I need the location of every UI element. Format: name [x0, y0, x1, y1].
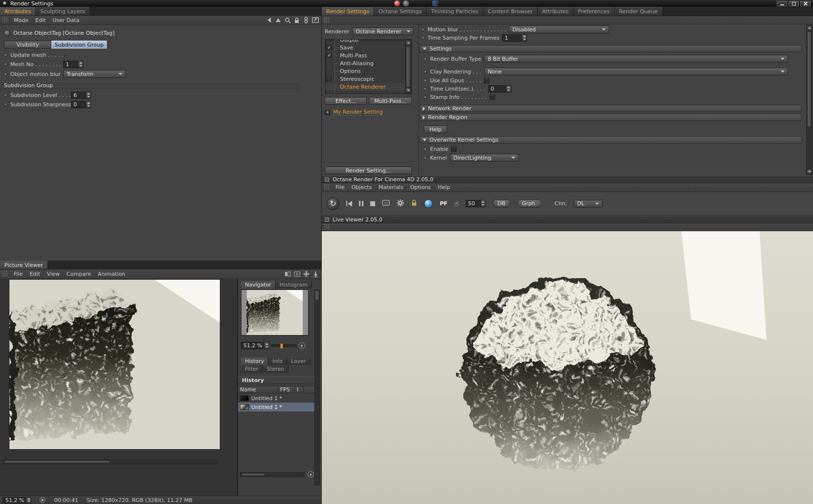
menu-edit[interactable]: Edit — [26, 270, 43, 278]
samples-value[interactable]: 50 — [466, 200, 480, 207]
menu-file[interactable]: File — [10, 270, 26, 278]
pf-icon[interactable]: PF — [440, 200, 448, 207]
panel-grip[interactable] — [2, 18, 8, 23]
stepper-arrows[interactable] — [86, 101, 91, 108]
scroll-up-arrow[interactable] — [406, 40, 411, 46]
render-buffer-dropdown[interactable]: 8 Bit Buffer — [484, 55, 788, 63]
use-all-gpus-checkbox[interactable] — [484, 78, 489, 83]
column-i[interactable]: I — [295, 386, 304, 393]
multi-pass-button[interactable]: Multi-Pass... — [369, 97, 412, 105]
history-row-2[interactable]: Untitled 1 * — [238, 403, 314, 411]
history-row-1[interactable]: Untitled 1 * — [238, 394, 314, 403]
status-zoom-value[interactable]: 51.2 % — [3, 497, 26, 504]
render-region-section-bar[interactable]: Render Region — [420, 114, 802, 121]
motion-blur-dropdown[interactable]: Disabled — [509, 25, 609, 33]
list-item-octane-renderer[interactable]: Octane Renderer — [325, 83, 411, 91]
list-item-options[interactable]: Options — [325, 67, 411, 75]
menu-help[interactable]: Help — [434, 184, 454, 191]
tab-attributes[interactable]: Attributes — [538, 7, 574, 16]
update-mesh-checkmark[interactable]: ✓ — [63, 52, 68, 58]
my-render-setting-row[interactable]: My Render Setting — [325, 109, 383, 116]
stepper-arrows[interactable] — [264, 342, 269, 349]
menu-user-data[interactable]: User Data — [49, 17, 83, 24]
clay-rendering-dropdown[interactable]: None — [484, 68, 788, 75]
mesh-no-value[interactable]: 1 — [63, 61, 78, 68]
scrollbar-thumb[interactable] — [807, 31, 812, 127]
help-button[interactable]: Help — [424, 125, 447, 133]
menu-view[interactable]: View — [44, 270, 63, 278]
list-item-multi-pass[interactable]: ✓ Multi-Pass — [325, 51, 411, 59]
close-button[interactable] — [800, 1, 811, 6]
stepper-arrows[interactable] — [522, 34, 527, 42]
tab-thinking-particles[interactable]: Thinking Particles — [427, 7, 483, 16]
my-render-setting-label[interactable]: My Render Setting — [333, 109, 383, 116]
stepper-arrows[interactable] — [480, 200, 486, 207]
tab-layer[interactable]: Layer — [287, 358, 311, 365]
canvas-horizontal-scrollbar[interactable] — [3, 459, 218, 464]
time-limit-stepper[interactable]: 0 — [488, 85, 511, 93]
tab-sculpting-layers[interactable]: Sculpting Layers — [36, 7, 90, 15]
tab-stereo[interactable]: Stereo — [263, 365, 288, 373]
stop-render-button[interactable] — [370, 201, 375, 206]
navigator-thumbnail[interactable] — [241, 289, 309, 336]
menu-mode[interactable]: Mode — [10, 17, 32, 24]
enable-checkbox[interactable] — [451, 146, 456, 152]
lock-icon[interactable] — [293, 17, 301, 24]
stepper-arrows[interactable] — [78, 61, 83, 68]
save-checkbox[interactable]: ✓ — [327, 45, 332, 50]
time-limit-value[interactable]: 0 — [488, 85, 506, 93]
subdivision-group-button[interactable]: Subdivision Group — [51, 41, 107, 48]
status-zoom-stepper[interactable]: 51.2 % — [3, 497, 31, 504]
panel-grip[interactable] — [324, 185, 330, 190]
time-sampling-stepper[interactable]: 1 — [502, 34, 527, 42]
column-name[interactable]: Name — [238, 386, 278, 393]
menu-objects[interactable]: Objects — [348, 184, 375, 191]
scrollbar-thumb[interactable] — [406, 46, 410, 87]
settings-section-bar[interactable]: Settings — [420, 45, 802, 52]
sidebar-horizontal-scrollbar[interactable] — [240, 472, 305, 477]
scroll-right-button[interactable] — [308, 471, 314, 478]
scroll-up-arrow[interactable] — [807, 25, 812, 31]
kernel-dropdown[interactable]: DirectLighting — [450, 154, 519, 162]
time-sampling-value[interactable]: 1 — [502, 34, 522, 42]
sidebar-vertical-scrollbar[interactable] — [314, 289, 320, 485]
subdivision-sharpness-stepper[interactable]: 0 — [71, 101, 91, 108]
network-render-section-bar[interactable]: Network Render — [420, 105, 802, 112]
samples-stepper[interactable]: 50 — [466, 200, 486, 207]
mesh-no-stepper[interactable]: 1 — [63, 61, 83, 68]
column-fps[interactable]: FPS — [278, 386, 295, 393]
scroll-down-arrow[interactable] — [807, 169, 812, 174]
slider-handle[interactable] — [280, 343, 283, 349]
render-button[interactable]: ↻ — [327, 197, 339, 210]
tab-navigator[interactable]: Navigator — [241, 281, 276, 288]
list-item-save[interactable]: ✓ Save — [325, 44, 411, 51]
restart-render-button[interactable] — [346, 201, 352, 207]
renderer-dropdown[interactable]: Octane Renderer — [352, 27, 414, 35]
tab-picture-viewer[interactable]: Picture Viewer — [0, 261, 48, 269]
menu-file[interactable]: File — [332, 184, 348, 191]
tab-attributes[interactable]: Attributes — [0, 7, 36, 15]
tab-info[interactable]: Info — [268, 358, 287, 365]
scrollbar-thumb[interactable] — [4, 460, 110, 463]
split-view-icon[interactable] — [284, 271, 291, 277]
search-icon[interactable] — [284, 17, 291, 24]
detach-panel-icon[interactable] — [311, 17, 319, 24]
dock-down-icon[interactable] — [311, 271, 319, 277]
params-vertical-scrollbar[interactable] — [806, 25, 813, 175]
octane-render-titlebar[interactable]: Octane Render For Cinema 4D 2.05.0 — [322, 175, 813, 183]
new-window-icon[interactable] — [293, 271, 301, 277]
link-icon[interactable] — [302, 17, 310, 24]
menu-options[interactable]: Options — [406, 184, 434, 191]
list-item-output[interactable]: Output — [325, 39, 411, 44]
list-item-stereoscopic[interactable]: Stereoscopic — [325, 75, 411, 83]
tab-render-settings[interactable]: Render Settings — [322, 7, 374, 16]
zoom-step-button[interactable] — [299, 342, 305, 349]
subdivision-level-stepper[interactable]: 6 — [71, 92, 91, 99]
channel-dropdown[interactable]: DL — [574, 200, 602, 208]
scrollbar-thumb[interactable] — [241, 473, 265, 476]
zoom-slider[interactable] — [271, 344, 297, 347]
scrollbar-thumb[interactable] — [315, 290, 319, 300]
tab-filter[interactable]: Filter — [241, 365, 263, 373]
menu-materials[interactable]: Materials — [375, 184, 406, 191]
minimize-button[interactable] — [777, 1, 787, 6]
